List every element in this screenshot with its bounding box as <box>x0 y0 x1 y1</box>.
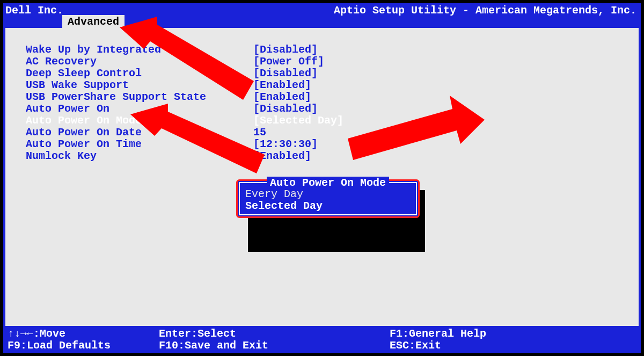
utility-label: Aptio Setup Utility - American Megatrend… <box>334 4 636 17</box>
setting-value: [Selected Day] <box>253 115 343 127</box>
popup-title-text: Auto Power On Mode <box>267 177 389 189</box>
setting-row[interactable]: USB PowerShare Support State[Enabled] <box>6 91 638 103</box>
setting-row[interactable]: Deep Sleep Control[Disabled] <box>6 68 638 79</box>
settings-panel: Wake Up by Integrated LAN[Disabled]AC Re… <box>5 28 639 326</box>
setting-value: [12:30:30] <box>253 139 318 150</box>
setting-value: 15 <box>253 127 266 139</box>
bios-screen: Dell Inc. Aptio Setup Utility - American… <box>3 3 641 353</box>
setting-row[interactable]: Numlock Key[Enabled] <box>6 150 638 162</box>
hint-save-exit: F10:Save and Exit <box>159 340 268 352</box>
tab-advanced[interactable]: Advanced <box>62 15 125 28</box>
setting-value: [Disabled] <box>253 68 318 79</box>
vendor-label: Dell Inc. <box>5 4 63 17</box>
header-bar: Dell Inc. Aptio Setup Utility - American… <box>3 3 641 28</box>
setting-label: Auto Power On <box>6 103 253 115</box>
setting-label: Auto Power On Date <box>6 127 253 139</box>
popup-auto-power-on-mode: Auto Power On Mode Every DaySelected Day <box>236 179 420 218</box>
setting-value: [Disabled] <box>253 44 318 56</box>
setting-label: Deep Sleep Control <box>6 68 253 79</box>
popup-option[interactable]: Selected Day <box>240 200 416 212</box>
setting-value: [Enabled] <box>253 91 311 103</box>
setting-label: USB PowerShare Support State <box>6 91 253 103</box>
hint-select: Enter:Select <box>159 328 236 340</box>
setting-value: [Disabled] <box>253 103 318 115</box>
setting-value: [Enabled] <box>253 150 311 162</box>
popup-title: Auto Power On Mode <box>240 177 416 182</box>
setting-label: Auto Power On Time <box>6 139 253 150</box>
hint-exit: ESC:Exit <box>390 340 441 352</box>
popup-option[interactable]: Every Day <box>240 188 416 200</box>
setting-label: Auto Power On Mode <box>6 115 253 127</box>
setting-row[interactable]: Wake Up by Integrated LAN[Disabled] <box>6 44 638 56</box>
setting-row[interactable]: Auto Power On Time[12:30:30] <box>6 139 638 150</box>
setting-label: USB Wake Support <box>6 79 253 91</box>
setting-row[interactable]: AC Recovery[Power Off] <box>6 56 638 68</box>
setting-row[interactable]: Auto Power On[Disabled] <box>6 103 638 115</box>
footer-bar: ↑↓→←:Move F9:Load Defaults Enter:Select … <box>3 328 641 353</box>
setting-row[interactable]: Auto Power On Date15 <box>6 127 638 139</box>
setting-label: Numlock Key <box>6 150 253 162</box>
hint-load-defaults: F9:Load Defaults <box>8 340 111 352</box>
setting-label: AC Recovery <box>6 56 253 68</box>
hint-help: F1:General Help <box>390 328 486 340</box>
setting-value: [Enabled] <box>253 79 311 91</box>
setting-value: [Power Off] <box>253 56 324 68</box>
hint-move: ↑↓→←:Move <box>8 328 65 340</box>
setting-label: Wake Up by Integrated LAN <box>6 44 253 56</box>
setting-row[interactable]: USB Wake Support[Enabled] <box>6 79 638 91</box>
popup-inner: Auto Power On Mode Every DaySelected Day <box>239 182 417 215</box>
setting-row[interactable]: Auto Power On Mode[Selected Day] <box>6 115 638 127</box>
